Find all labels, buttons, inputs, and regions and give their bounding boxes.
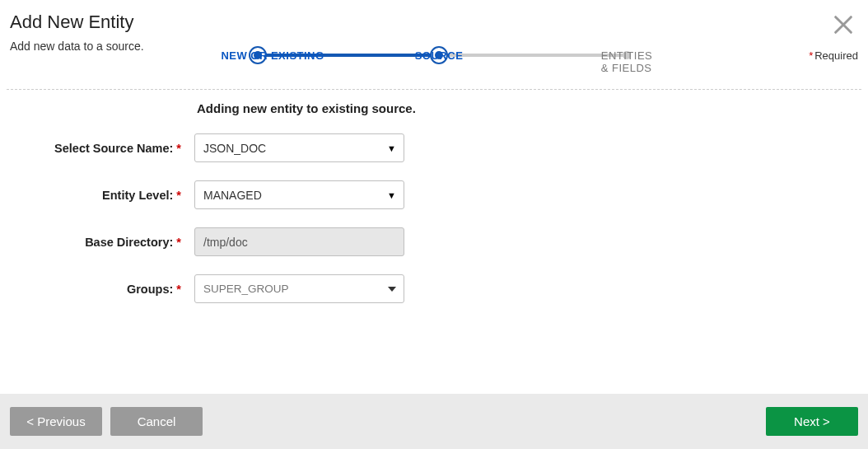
previous-button[interactable]: < Previous: [10, 407, 102, 436]
wizard-stepper: NEW OR EXISTING SOURCE ENTITIES & FIELDS: [224, 49, 652, 66]
label-groups: Groups: *: [0, 283, 184, 296]
chevron-down-icon: ▼: [387, 190, 396, 200]
close-icon: [832, 13, 855, 36]
select-entity-level-value: MANAGED: [203, 189, 262, 202]
select-groups[interactable]: SUPER_GROUP: [194, 274, 404, 303]
chevron-down-icon: ▼: [387, 143, 396, 153]
select-groups-value: SUPER_GROUP: [203, 283, 289, 295]
required-indicator: *Required: [809, 49, 858, 62]
step-label-source[interactable]: SOURCE: [415, 49, 464, 62]
select-entity-level[interactable]: MANAGED ▼: [194, 180, 404, 209]
page-subtitle: Add new data to a source.: [10, 40, 224, 53]
input-base-directory-value: /tmp/doc: [203, 236, 248, 249]
cancel-button[interactable]: Cancel: [110, 407, 203, 436]
step-label-entities-fields[interactable]: ENTITIES & FIELDS: [601, 49, 653, 74]
wizard-footer: < Previous Cancel Next >: [0, 394, 868, 449]
step-label-new-or-existing[interactable]: NEW OR EXISTING: [221, 49, 324, 62]
select-source-name[interactable]: JSON_DOC ▼: [194, 133, 404, 162]
close-button[interactable]: [832, 13, 855, 36]
select-source-name-value: JSON_DOC: [203, 142, 266, 155]
label-base-directory: Base Directory: *: [0, 236, 184, 249]
page-title: Add New Entity: [10, 12, 224, 33]
input-base-directory: /tmp/doc: [194, 227, 404, 256]
form-heading: Adding new entity to existing source.: [197, 101, 868, 115]
label-source-name: Select Source Name: *: [0, 142, 184, 155]
label-entity-level: Entity Level: *: [0, 189, 184, 202]
chevron-down-icon: [388, 283, 396, 296]
next-button[interactable]: Next >: [766, 407, 858, 436]
